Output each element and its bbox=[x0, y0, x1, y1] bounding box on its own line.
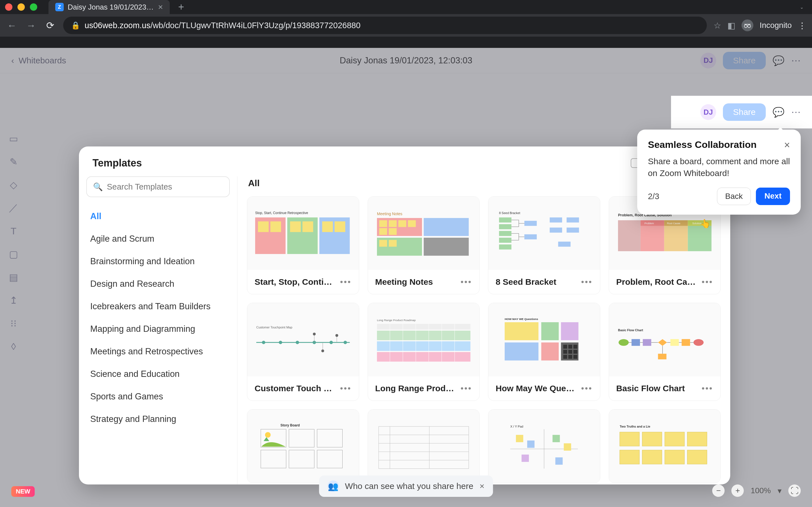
category-brainstorming[interactable]: Brainstorming and Ideation bbox=[86, 250, 230, 273]
template-card[interactable]: Stop, Start, Continue Retrospective Star… bbox=[247, 196, 359, 294]
svg-rect-66 bbox=[377, 341, 470, 351]
template-name: Problem, Root Ca… bbox=[616, 277, 696, 287]
share-hint-text[interactable]: Who can see what you share here bbox=[345, 482, 473, 491]
tabs-dropdown-icon[interactable]: ⌄ bbox=[800, 4, 804, 10]
search-field[interactable]: 🔍 bbox=[86, 176, 230, 197]
svg-rect-39 bbox=[618, 220, 640, 251]
template-card[interactable]: Two Truths and a Lie bbox=[609, 409, 721, 483]
zoom-out-icon[interactable]: − bbox=[712, 485, 725, 497]
category-strategy[interactable]: Strategy and Planning bbox=[86, 408, 230, 431]
select-tool-icon[interactable]: ▭ bbox=[7, 132, 20, 145]
card-more-icon[interactable]: ••• bbox=[702, 277, 713, 287]
coach-next-button[interactable]: Next bbox=[756, 187, 790, 205]
eraser-tool-icon[interactable]: ◊ bbox=[7, 340, 20, 353]
svg-point-0 bbox=[744, 25, 747, 27]
pen-tool-icon[interactable]: ✎ bbox=[7, 156, 20, 168]
line-tool-icon[interactable]: ／ bbox=[7, 202, 20, 214]
svg-point-60 bbox=[313, 333, 316, 335]
svg-rect-110 bbox=[261, 450, 286, 468]
more-menu-icon-hl[interactable]: ⋯ bbox=[791, 107, 801, 118]
template-card[interactable]: 8 Seed Bracket 8 Seed Bracket••• bbox=[488, 196, 600, 294]
side-panel-icon[interactable]: ◧ bbox=[727, 20, 735, 31]
search-input[interactable] bbox=[107, 182, 223, 191]
template-card[interactable]: Basic Flow Chart Basic Flow Chart••• bbox=[609, 303, 721, 401]
template-card[interactable]: Customer Touchpoint Map Customer Touch …… bbox=[247, 303, 359, 401]
svg-rect-75 bbox=[505, 322, 539, 340]
svg-rect-6 bbox=[258, 221, 269, 232]
browser-menu-icon[interactable]: ⋮ bbox=[798, 20, 806, 31]
sticky-tool-icon[interactable]: ▢ bbox=[7, 248, 20, 260]
card-more-icon[interactable]: ••• bbox=[340, 277, 352, 287]
template-card[interactable]: HOW MAY WE Questions How May We Que…••• bbox=[488, 303, 600, 401]
more-tools-icon[interactable]: ⁝⁝ bbox=[7, 317, 20, 330]
nav-forward-icon[interactable]: → bbox=[25, 20, 37, 31]
category-meetings[interactable]: Meetings and Retrospectives bbox=[86, 340, 230, 363]
upload-tool-icon[interactable]: ↥ bbox=[7, 294, 20, 306]
window-close-icon[interactable] bbox=[5, 3, 12, 11]
svg-text:Customer Touchpoint Map: Customer Touchpoint Map bbox=[256, 326, 292, 329]
comment-icon-hl[interactable]: 💬 bbox=[772, 107, 784, 118]
nav-back-icon[interactable]: ← bbox=[6, 20, 18, 31]
card-more-icon[interactable]: ••• bbox=[702, 384, 713, 393]
address-bar[interactable]: 🔒 us06web.zoom.us/wb/doc/TLUgwvTtRhW4iL0… bbox=[63, 17, 707, 34]
chevron-down-icon[interactable]: ▾ bbox=[777, 486, 781, 496]
svg-marker-94 bbox=[658, 339, 667, 346]
coach-close-icon[interactable]: × bbox=[784, 139, 790, 151]
share-hint-bar: 👥 Who can see what you share here × bbox=[319, 475, 493, 497]
template-thumb: Basic Flow Chart bbox=[609, 303, 721, 376]
template-card[interactable] bbox=[368, 409, 480, 483]
category-all[interactable]: All bbox=[86, 205, 230, 228]
svg-rect-136 bbox=[642, 450, 662, 464]
window-maximize-icon[interactable] bbox=[30, 3, 37, 11]
card-more-icon[interactable]: ••• bbox=[460, 277, 472, 287]
templates-tool-icon[interactable]: ▤ bbox=[7, 271, 20, 283]
new-badge: NEW bbox=[11, 486, 35, 497]
reload-icon[interactable]: ⟳ bbox=[44, 20, 56, 31]
shape-tool-icon[interactable]: ◇ bbox=[7, 179, 20, 191]
window-minimize-icon[interactable] bbox=[17, 3, 25, 11]
text-tool-icon[interactable]: T bbox=[7, 225, 20, 237]
svg-rect-82 bbox=[568, 345, 572, 349]
svg-rect-124 bbox=[516, 435, 523, 442]
share-button-hl[interactable]: Share bbox=[723, 103, 766, 121]
svg-rect-37 bbox=[558, 242, 571, 247]
svg-text:Story Board: Story Board bbox=[281, 424, 300, 427]
fit-screen-icon[interactable]: ⛶ bbox=[788, 485, 801, 497]
svg-rect-138 bbox=[687, 450, 707, 464]
svg-rect-108 bbox=[289, 429, 314, 447]
bookmark-star-icon[interactable]: ☆ bbox=[714, 20, 721, 31]
modal-title: Templates bbox=[93, 157, 142, 169]
svg-point-61 bbox=[321, 349, 324, 352]
category-agile[interactable]: Agile and Scrum bbox=[86, 228, 230, 250]
hint-close-icon[interactable]: × bbox=[479, 482, 485, 491]
template-card[interactable]: Long Range Product Roadmap Long Range Pr… bbox=[368, 303, 480, 401]
svg-rect-84 bbox=[563, 350, 567, 354]
template-card[interactable]: X / Y Pad bbox=[488, 409, 600, 483]
category-design[interactable]: Design and Research bbox=[86, 273, 230, 295]
template-card[interactable]: Meeting Notes Meeting Notes••• bbox=[368, 196, 480, 294]
card-more-icon[interactable]: ••• bbox=[581, 277, 593, 287]
svg-rect-67 bbox=[377, 352, 470, 362]
svg-rect-23 bbox=[379, 240, 387, 247]
card-more-icon[interactable]: ••• bbox=[581, 384, 593, 393]
svg-text:Long Range Product Roadmap: Long Range Product Roadmap bbox=[377, 319, 416, 322]
category-icebreakers[interactable]: Icebreakers and Team Builders bbox=[86, 295, 230, 318]
tab-close-icon[interactable]: × bbox=[158, 2, 163, 12]
category-science[interactable]: Science and Education bbox=[86, 363, 230, 385]
browser-tab[interactable]: Z Daisy Jonas 19/01/2023, 12:03 × bbox=[49, 0, 170, 14]
new-tab-button[interactable]: + bbox=[178, 1, 184, 13]
zoom-level[interactable]: 100% bbox=[751, 486, 771, 495]
zoom-in-icon[interactable]: + bbox=[731, 485, 744, 497]
category-sports[interactable]: Sports and Games bbox=[86, 385, 230, 408]
user-avatar-hl[interactable]: DJ bbox=[700, 104, 716, 120]
svg-rect-11 bbox=[335, 221, 345, 232]
card-more-icon[interactable]: ••• bbox=[460, 384, 472, 393]
template-thumb: Customer Touchpoint Map bbox=[247, 303, 359, 376]
tab-title: Daisy Jonas 19/01/2023, 12:03 bbox=[68, 3, 154, 11]
category-mapping[interactable]: Mapping and Diagramming bbox=[86, 318, 230, 340]
svg-rect-29 bbox=[499, 238, 511, 243]
card-more-icon[interactable]: ••• bbox=[340, 384, 352, 393]
svg-rect-18 bbox=[389, 220, 396, 227]
template-card[interactable]: Story Board bbox=[247, 409, 359, 483]
coach-back-button[interactable]: Back bbox=[717, 187, 751, 205]
